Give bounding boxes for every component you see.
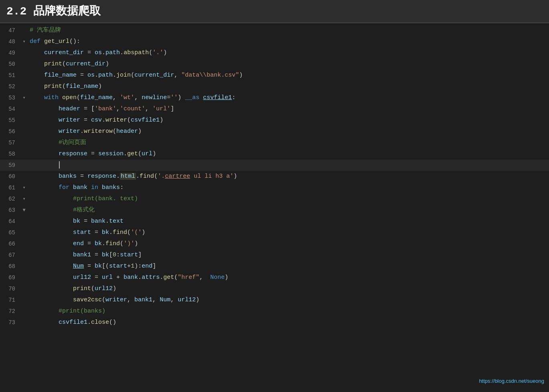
fold-63: ▼: [20, 205, 28, 216]
code-content-68: Num = bk[(start+1):end]: [28, 261, 549, 272]
code-line-68: 68 Num = bk[(start+1):end]: [0, 261, 549, 272]
code-line-56: 56 writer.writerow(header): [0, 126, 549, 137]
code-line-55: 55 writer = csv.writer(csvfile1): [0, 115, 549, 126]
code-content-53: with open(file_name, 'wt', newline='') _…: [28, 92, 549, 104]
line-num-64: 64: [0, 216, 20, 227]
code-content-73: csvfile1.close(): [28, 317, 549, 328]
line-num-66: 66: [0, 238, 20, 250]
code-content-69: url12 = url + bank.attrs.get("href", Non…: [28, 272, 549, 283]
line-num-63: 63: [0, 205, 20, 216]
line-num-69: 69: [0, 272, 20, 283]
code-line-63: 63 ▼ #格式化: [0, 205, 549, 216]
code-line-58: 58 response = session.get(url): [0, 148, 549, 160]
line-num-54: 54: [0, 104, 20, 115]
line-num-53: 53: [0, 92, 20, 104]
line-num-55: 55: [0, 115, 20, 126]
code-content-66: end = bk.find(')'): [28, 238, 549, 250]
code-line-71: 71 save2csc(writer, bank1, Num, url12): [0, 295, 549, 306]
code-content-67: bank1 = bk[0:start]: [28, 250, 549, 261]
line-num-68: 68: [0, 261, 20, 272]
code-content-48: def get_url():: [28, 36, 549, 47]
code-content-51: file_name = os.path.join(current_dir, "d…: [28, 70, 549, 81]
code-content-50: print(current_dir): [28, 59, 549, 70]
line-num-65: 65: [0, 227, 20, 238]
code-content-49: current_dir = os.path.abspath('.'): [28, 47, 549, 59]
line-num-71: 71: [0, 295, 20, 306]
code-line-53: 53 ▾ with open(file_name, 'wt', newline=…: [0, 92, 549, 104]
code-line-49: 49 current_dir = os.path.abspath('.'): [0, 47, 549, 59]
code-line-50: 50 print(current_dir): [0, 59, 549, 70]
code-content-61: for bank in banks:: [28, 182, 549, 193]
code-content-64: bk = bank.text: [28, 216, 549, 227]
line-num-70: 70: [0, 283, 20, 295]
line-num-61: 61: [0, 182, 20, 193]
line-num-47: 47: [0, 25, 20, 36]
line-num-58: 58: [0, 148, 20, 160]
code-line-67: 67 bank1 = bk[0:start]: [0, 250, 549, 261]
code-line-70: 70 print(url12): [0, 283, 549, 295]
watermark-url: https://blog.csdn.net/sueong: [479, 378, 544, 384]
line-num-51: 51: [0, 70, 20, 81]
code-line-65: 65 start = bk.find('('): [0, 227, 549, 238]
code-content-47: # 汽车品牌: [28, 25, 549, 36]
code-content-65: start = bk.find('('): [28, 227, 549, 238]
fold-53: ▾: [20, 92, 28, 104]
code-line-51: 51 file_name = os.path.join(current_dir,…: [0, 70, 549, 81]
line-num-49: 49: [0, 47, 20, 59]
code-line-72: 72 #print(banks): [0, 306, 549, 317]
code-line-48: 48 ▾ def get_url():: [0, 36, 549, 47]
fold-62: ▾: [20, 193, 28, 205]
line-num-62: 62: [0, 193, 20, 205]
code-content-54: header = ['bank','count', 'url']: [28, 104, 549, 115]
code-content-57: #访问页面: [28, 137, 549, 148]
code-line-59: 59: [0, 160, 549, 171]
line-num-57: 57: [0, 137, 20, 148]
line-num-56: 56: [0, 126, 20, 137]
fold-48: ▾: [20, 36, 28, 47]
code-content-72: #print(banks): [28, 306, 549, 317]
code-content-60: banks = response.html.find('.cartree ul …: [28, 171, 549, 182]
line-num-52: 52: [0, 81, 20, 92]
code-line-73: 73 csvfile1.close(): [0, 317, 549, 328]
line-num-67: 67: [0, 250, 20, 261]
code-content-63: #格式化: [28, 205, 549, 216]
code-line-47: 47 # 汽车品牌: [0, 25, 549, 36]
code-line-57: 57 #访问页面: [0, 137, 549, 148]
code-content-55: writer = csv.writer(csvfile1): [28, 115, 549, 126]
code-line-69: 69 url12 = url + bank.attrs.get("href", …: [0, 272, 549, 283]
code-content-56: writer.writerow(header): [28, 126, 549, 137]
line-num-60: 60: [0, 171, 20, 182]
code-content-62: #print(bank. text): [28, 193, 549, 205]
code-content-59: [28, 160, 549, 171]
code-line-52: 52 print(file_name): [0, 81, 549, 92]
page-title: 2.2 品牌数据爬取: [6, 3, 101, 18]
code-line-54: 54 header = ['bank','count', 'url']: [0, 104, 549, 115]
line-num-50: 50: [0, 59, 20, 70]
code-content-52: print(file_name): [28, 81, 549, 92]
code-line-66: 66 end = bk.find(')'): [0, 238, 549, 250]
line-num-73: 73: [0, 317, 20, 328]
line-num-72: 72: [0, 306, 20, 317]
code-line-61: 61 ▾ for bank in banks:: [0, 182, 549, 193]
page-header: 2.2 品牌数据爬取: [0, 0, 549, 23]
code-content-58: response = session.get(url): [28, 148, 549, 160]
code-content-71: save2csc(writer, bank1, Num, url12): [28, 295, 549, 306]
code-area: 47 # 汽车品牌 48 ▾ def get_url(): 49 current…: [0, 23, 549, 387]
fold-61: ▾: [20, 182, 28, 193]
code-content-70: print(url12): [28, 283, 549, 295]
code-line-60: 60 banks = response.html.find('.cartree …: [0, 171, 549, 182]
line-num-59: 59: [0, 160, 20, 171]
code-line-64: 64 bk = bank.text: [0, 216, 549, 227]
line-num-48: 48: [0, 36, 20, 47]
code-line-62: 62 ▾ #print(bank. text): [0, 193, 549, 205]
